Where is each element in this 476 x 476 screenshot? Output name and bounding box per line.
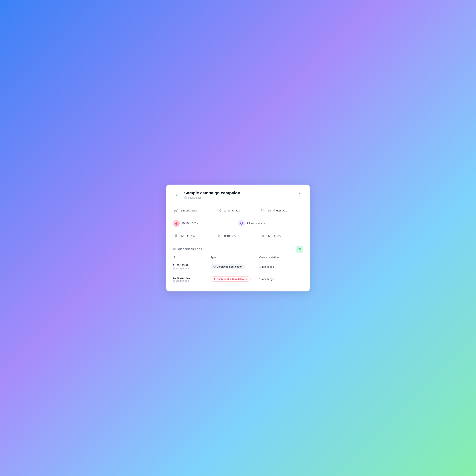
svg-rect-3 [175,235,177,236]
log-ip-cell-0: 11.99.123.321 ⊕ example.com [173,264,211,270]
stats-row-3: 1/10 (10%) 0/10 (0%) 1/10 (10%) [173,230,303,242]
scheduled-time: 1 month ago [224,209,240,212]
sent-time: 1 month ago [181,209,197,212]
logs-header: SUBSCRIBER LOGS [173,246,303,253]
cursor-icon [216,233,222,239]
stat-updated: 28 minutes ago [260,207,303,214]
table-row: 11.99.123.321 ⊕ example.com Push notific… [173,273,303,285]
log-domain-1: ⊕ example.com [173,279,211,282]
domain-icon: ⊕ [184,196,187,199]
campaign-title: Sample campaign campaign [184,191,240,196]
clicked-count: 0/10 (0%) [224,234,237,238]
log-type-cell-0: Displayed notification [211,264,259,269]
logs-table-header: IP Type Created datetime [173,256,303,261]
stats-row-1: 1 month ago 1 month ago 28 minutes ago [173,204,303,217]
check-icon-wrap: ✓ [173,191,181,199]
failed-count: 1/10 (10%) [268,234,282,238]
audience-label: All subscribers [247,221,265,225]
svg-rect-13 [213,266,215,267]
updated-time: 28 minutes ago [268,209,287,212]
x-icon [260,233,266,239]
campaign-domain: example.com [187,196,202,199]
log-type-badge-1: Push notification delivered [211,276,251,282]
campaign-domain-row: ⊕ example.com [184,196,240,199]
logs-section-title: SUBSCRIBER LOGS [177,248,202,251]
subscriber-logs-section: SUBSCRIBER LOGS IP Type Created datetime [173,246,303,285]
list-icon [173,248,176,251]
monitor-icon [213,266,216,268]
stat-sent: 1 month ago [173,207,216,214]
header-text: Sample campaign campaign ⊕ example.com [184,191,240,199]
log-domain-icon-1: ⊕ [173,280,175,282]
logs-table: IP Type Created datetime 11.99.123.321 ⊕… [173,256,303,285]
log-domain-icon-0: ⊕ [173,267,175,270]
stat-delivered: 10/10 (100%) [173,220,238,227]
opened-count: 1/10 (10%) [181,234,195,238]
stats-row-2: 10/10 (100%) All subscribers [173,217,303,230]
stat-audience: All subscribers [238,220,303,227]
svg-marker-1 [240,222,243,223]
row-more-button-1[interactable]: ⋮ [297,277,303,282]
stat-opened: 1/10 (10%) [173,233,216,239]
stat-scheduled: 1 month ago [216,207,260,214]
log-domain-text-0: example.com [176,267,189,270]
clock-icon [216,207,222,214]
filter-icon [298,248,301,251]
flame-icon [173,220,180,227]
log-domain-text-1: example.com [176,279,189,282]
bell-icon [213,278,216,280]
log-ip-1: 11.99.123.321 [173,276,211,279]
header-left: ✓ Sample campaign campaign ⊕ example.com [173,191,240,199]
col-header-datetime: Created datetime [259,256,297,259]
stat-failed: 1/10 (10%) [260,233,303,239]
log-ip-cell-1: 11.99.123.321 ⊕ example.com [173,276,211,282]
row-more-button-0[interactable]: ⋮ [297,264,303,269]
log-type-badge-0: Displayed notification [211,264,245,269]
table-row: 11.99.123.321 ⊕ example.com Displayed no… [173,261,303,273]
layers-icon [238,220,245,227]
log-domain-0: ⊕ example.com [173,267,211,270]
header-more-button[interactable]: ⋮ [296,191,303,196]
log-datetime-0: 1 month ago [259,265,297,268]
col-header-ip: IP [173,256,211,259]
history-icon [260,207,266,214]
card-header: ✓ Sample campaign campaign ⊕ example.com… [173,191,303,199]
svg-rect-4 [175,236,176,236]
col-header-type: Type [211,256,259,259]
logs-title-wrap: SUBSCRIBER LOGS [173,248,202,251]
log-datetime-1: 1 month ago [259,278,297,281]
rocket-icon [173,207,179,214]
open-icon [173,233,179,239]
main-card: ✓ Sample campaign campaign ⊕ example.com… [166,185,310,291]
logs-filter-button[interactable] [296,246,303,253]
log-type-cell-1: Push notification delivered [211,276,259,282]
delivered-count: 10/10 (100%) [182,221,199,225]
check-icon: ✓ [176,193,178,197]
log-ip-0: 11.99.123.321 [173,264,211,267]
stat-clicked: 0/10 (0%) [216,233,260,239]
